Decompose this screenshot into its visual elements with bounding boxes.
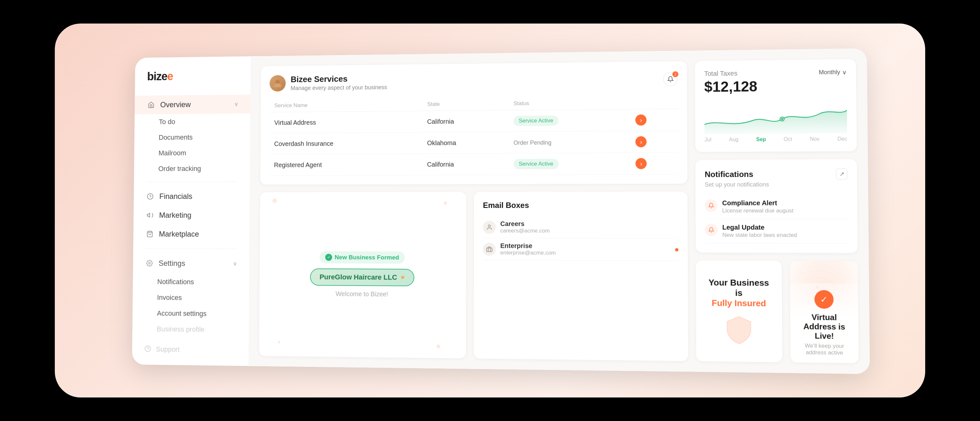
notif-item-desc: New state labor laws enacted	[722, 232, 797, 238]
sidebar-item-overview[interactable]: Overview ∨	[135, 94, 251, 114]
sidebar-item-label: Marketplace	[159, 230, 199, 238]
email-icon-careers	[483, 221, 496, 234]
business-name-badge: PureGlow Haircare LLC ★	[310, 268, 414, 286]
va-subtitle: We'll keep your address active	[797, 342, 852, 356]
notif-title: Notifications	[705, 170, 753, 179]
va-check-icon: ✓	[814, 290, 834, 309]
sidebar-item-settings[interactable]: Settings ∨	[133, 254, 250, 273]
status-cell: Service Active	[508, 153, 630, 175]
support-label: Support	[156, 345, 180, 354]
notification-bell[interactable]: 2	[663, 72, 678, 86]
status-badge-pending: Order Pending	[514, 139, 552, 146]
email-item-careers: Careers careers@acme.com	[483, 216, 678, 238]
notif-external-button[interactable]: ↗	[836, 168, 848, 180]
sidebar-item-label: Financials	[159, 192, 192, 200]
financials-icon	[146, 192, 155, 201]
sidebar-sub-documents[interactable]: Documents	[134, 129, 250, 146]
chart-label-jul: Jul	[705, 137, 711, 143]
notif-item-title: Legal Update	[722, 224, 797, 232]
sidebar-sub-notifications[interactable]: Notifications	[133, 274, 249, 290]
marketplace-icon	[145, 230, 154, 238]
welcome-text: Welcome to Bizee!	[336, 290, 388, 298]
email-address: careers@acme.com	[500, 227, 550, 234]
notif-item-title: Compliance Alert	[722, 199, 793, 207]
sidebar-item-marketplace[interactable]: Marketplace	[133, 225, 250, 244]
dot-dec	[278, 341, 280, 343]
sidebar-sub-business-profile[interactable]: Business profile	[132, 321, 249, 338]
col-service-name: Service Name	[269, 98, 422, 112]
email-card-title: Email Boxes	[483, 201, 678, 210]
bottom-section: ✓ New Business Formed PureGlow Haircare …	[259, 191, 688, 361]
notif-item-compliance: Compliance Alert License renewal due aug…	[705, 195, 848, 219]
email-name: Enterprise	[500, 242, 556, 250]
taxes-label: Total Taxes	[704, 70, 737, 77]
settings-sub: Notifications Invoices Account settings …	[132, 274, 249, 338]
chart-area	[705, 100, 847, 134]
action-button[interactable]: ›	[635, 158, 647, 169]
sidebar-item-financials[interactable]: Financials	[134, 187, 250, 206]
chart-label-sep: Sep	[756, 137, 766, 142]
services-title-group: Bizee Services Manage every aspect of yo…	[269, 73, 387, 92]
email-icon-enterprise	[483, 243, 496, 256]
support-icon	[145, 345, 151, 353]
svg-point-10	[781, 118, 783, 120]
service-name-cell: Virtual Address	[269, 111, 422, 133]
sub-label: To do	[159, 118, 175, 126]
action-button[interactable]: ›	[635, 114, 647, 126]
services-table: Service Name State Status Virtual Addres…	[269, 96, 678, 176]
sub-label: Order tracking	[158, 165, 201, 173]
chevron-down-icon-taxes: ∨	[842, 69, 846, 76]
sidebar-sub-invoices[interactable]: Invoices	[132, 289, 249, 306]
action-button[interactable]: ›	[635, 137, 647, 147]
bell-icon-legal	[705, 224, 718, 236]
svg-point-3	[149, 262, 150, 264]
chart-label-nov: Nov	[810, 136, 819, 142]
dot-dec	[272, 199, 277, 203]
formed-badge: ✓ New Business Formed	[320, 251, 404, 264]
svg-rect-8	[487, 248, 492, 251]
chart-label-aug: Aug	[729, 137, 738, 143]
dot-dec	[436, 345, 441, 348]
welcome-card: ✓ New Business Formed PureGlow Haircare …	[259, 192, 466, 359]
status-cell: Order Pending	[508, 131, 630, 153]
col-status: Status	[508, 96, 630, 110]
logo: bizee	[135, 69, 251, 96]
settings-icon	[145, 259, 154, 268]
sub-label: Notifications	[158, 278, 194, 286]
dot-dec	[444, 202, 447, 205]
sidebar-item-marketing[interactable]: Marketing	[134, 206, 250, 225]
email-details: Enterprise enterprise@acme.com	[500, 242, 556, 256]
monthly-button[interactable]: Monthly ∨	[819, 69, 846, 76]
sidebar-sub-todo[interactable]: To do	[134, 113, 250, 130]
notif-subtitle: Set up your notifications	[705, 181, 848, 188]
sidebar: bizee Overview ∨ To do	[132, 56, 251, 366]
sidebar-sub-order-tracking[interactable]: Order tracking	[134, 160, 250, 176]
services-subtitle: Manage every aspect of your business	[290, 84, 387, 92]
svg-marker-1	[147, 213, 150, 217]
chart-labels: Jul Aug Sep Oct Nov Dec	[705, 136, 847, 143]
shield-icon	[724, 315, 754, 345]
notif-header: Notifications ↗	[705, 168, 848, 180]
sub-label: Documents	[159, 133, 193, 141]
sidebar-sub-account-settings[interactable]: Account settings	[132, 305, 249, 322]
service-name-cell: Coverdash Insurance	[269, 132, 422, 154]
sub-label: Account settings	[157, 309, 207, 318]
notification-badge: 2	[673, 71, 679, 77]
services-title: Bizee Services	[291, 73, 387, 84]
chevron-down-icon-2: ∨	[233, 260, 237, 267]
center-panel: Bizee Services Manage every aspect of yo…	[259, 61, 688, 361]
notifications-card: Notifications ↗ Set up your notification…	[695, 159, 858, 253]
home-icon	[147, 100, 155, 109]
chart-label-dec: Dec	[837, 136, 847, 142]
sidebar-sub-mailroom[interactable]: Mailroom	[134, 145, 250, 161]
sidebar-item-support[interactable]: Support	[132, 340, 249, 359]
insurance-title: Your Business is Fully Insured	[705, 277, 773, 308]
laptop-screen: bizee Overview ∨ To do	[132, 48, 870, 374]
services-card: Bizee Services Manage every aspect of yo…	[260, 61, 687, 185]
nav-divider	[146, 181, 238, 182]
email-name: Careers	[500, 220, 550, 227]
status-cell: Service Active	[508, 109, 630, 132]
business-name: PureGlow Haircare LLC	[320, 273, 397, 281]
bottom-right-row: Your Business is Fully Insured	[696, 261, 859, 363]
chevron-down-icon: ∨	[234, 100, 239, 108]
